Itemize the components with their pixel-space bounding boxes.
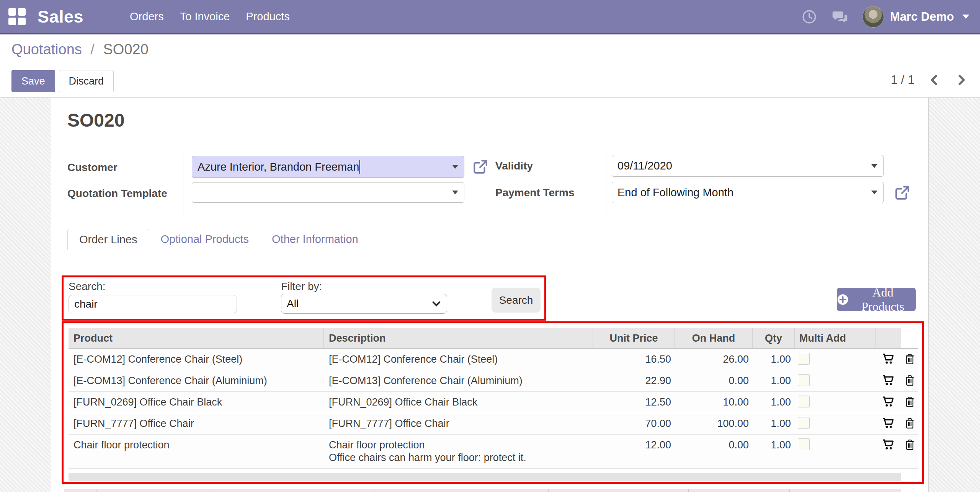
menu-to-invoice[interactable]: To Invoice xyxy=(172,0,238,33)
trash-cell xyxy=(901,349,918,370)
on-hand-cell: 10.00 xyxy=(675,392,753,413)
payment-terms-external-link-icon[interactable] xyxy=(894,185,910,201)
trash-cell xyxy=(901,413,918,434)
add-products-label: Add Products xyxy=(850,285,916,314)
add-to-cart-icon[interactable] xyxy=(882,396,895,408)
qty-cell: 1.00 xyxy=(753,435,795,468)
validity-dropdown-caret-icon[interactable] xyxy=(871,164,877,168)
on-hand-cell: 0.00 xyxy=(675,435,753,468)
qty-cell: 1.00 xyxy=(753,370,795,391)
pager-previous-icon[interactable] xyxy=(929,73,941,86)
plus-circle-icon xyxy=(837,293,849,306)
add-products-button[interactable]: Add Products xyxy=(837,288,916,311)
product-row: [FURN_0269] Office Chair Black [FURN_026… xyxy=(69,392,918,413)
column-qty[interactable]: Qty xyxy=(753,328,795,348)
user-name: Marc Demo xyxy=(890,10,954,24)
customer-value: Azure Interior, Brandon Freeman xyxy=(198,161,359,173)
breadcrumb: Quotations / SO020 xyxy=(11,41,149,58)
activities-clock-icon[interactable] xyxy=(801,9,817,25)
column-spacer xyxy=(901,328,918,348)
delete-trash-icon[interactable] xyxy=(903,417,916,430)
multi-add-checkbox[interactable] xyxy=(798,374,810,386)
description-line1: Chair floor protection xyxy=(329,439,593,451)
discard-button[interactable]: Discard xyxy=(59,70,114,92)
validity-field[interactable]: 09/11/2020 xyxy=(612,155,884,177)
description-cell: [E-COM12] Conference Chair (Steel) xyxy=(324,349,593,370)
breadcrumb-separator: / xyxy=(90,41,95,57)
description-line1: [E-COM13] Conference Chair (Aluminium) xyxy=(329,375,593,387)
form-separator xyxy=(606,154,606,217)
column-description[interactable]: Description xyxy=(324,328,593,348)
delete-trash-icon[interactable] xyxy=(903,396,916,408)
user-avatar xyxy=(862,6,884,28)
multi-add-cell xyxy=(795,413,875,434)
quotation-template-dropdown-caret-icon[interactable] xyxy=(452,191,458,194)
menu-orders[interactable]: Orders xyxy=(122,0,172,33)
apps-menu-icon[interactable] xyxy=(8,8,26,26)
breadcrumb-quotations-link[interactable]: Quotations xyxy=(11,41,82,57)
app-brand[interactable]: Sales xyxy=(38,7,83,27)
delete-trash-icon[interactable] xyxy=(903,374,916,387)
column-unit-price[interactable]: Unit Price xyxy=(593,328,675,348)
validity-value: 09/11/2020 xyxy=(617,160,672,172)
product-cell[interactable]: [FURN_0269] Office Chair Black xyxy=(69,392,324,413)
trash-cell xyxy=(901,392,918,413)
search-input[interactable] xyxy=(69,295,237,313)
quotation-sheet: SO020 Customer Azure Interior, Brandon F… xyxy=(51,98,929,492)
multi-add-checkbox[interactable] xyxy=(798,396,810,407)
product-cell[interactable]: [FURN_7777] Office Chair xyxy=(69,413,324,434)
description-line2: Office chairs can harm your floor: prote… xyxy=(329,451,593,464)
add-to-cart-icon[interactable] xyxy=(882,353,895,365)
quotation-template-label: Quotation Template xyxy=(67,187,167,200)
delete-trash-icon[interactable] xyxy=(903,438,916,451)
multi-add-cell xyxy=(795,392,875,413)
product-cell[interactable]: Chair floor protection xyxy=(69,435,324,468)
description-cell: Chair floor protection Office chairs can… xyxy=(324,435,593,468)
save-button[interactable]: Save xyxy=(11,70,55,92)
column-on-hand[interactable]: On Hand xyxy=(675,328,753,348)
tab-optional-products[interactable]: Optional Products xyxy=(149,228,261,250)
delete-trash-icon[interactable] xyxy=(903,353,916,365)
search-label: Search: xyxy=(69,280,106,293)
payment-terms-value: End of Following Month xyxy=(617,186,733,199)
payment-terms-dropdown-caret-icon[interactable] xyxy=(871,191,877,194)
qty-cell: 1.00 xyxy=(753,413,795,434)
top-navbar: Sales Orders To Invoice Products Marc De… xyxy=(0,0,980,34)
product-results-table: Product Description Unit Price On Hand Q… xyxy=(69,328,918,469)
column-multi-add[interactable]: Multi Add xyxy=(795,328,875,348)
tab-other-information[interactable]: Other Information xyxy=(260,228,370,250)
multi-add-checkbox[interactable] xyxy=(798,438,810,450)
unit-price-cell: 12.00 xyxy=(593,435,675,468)
customer-dropdown-caret-icon[interactable] xyxy=(452,165,458,169)
on-hand-cell: 100.00 xyxy=(675,413,753,434)
add-to-cart-icon[interactable] xyxy=(882,417,895,430)
main-menu: Orders To Invoice Products xyxy=(122,0,298,33)
quotation-template-field[interactable] xyxy=(192,182,464,203)
table-horizontal-scrollbar[interactable] xyxy=(69,473,901,481)
description-cell: [E-COM13] Conference Chair (Aluminium) xyxy=(324,370,593,391)
product-row: [E-COM13] Conference Chair (Aluminium) [… xyxy=(69,370,918,392)
qty-cell: 1.00 xyxy=(753,349,795,370)
customer-external-link-icon[interactable] xyxy=(472,159,488,175)
tab-order-lines[interactable]: Order Lines xyxy=(67,229,149,250)
pager-next-icon[interactable] xyxy=(955,73,967,86)
product-cell[interactable]: [E-COM12] Conference Chair (Steel) xyxy=(69,349,324,370)
payment-terms-field[interactable]: End of Following Month xyxy=(612,182,884,203)
multi-add-checkbox[interactable] xyxy=(798,417,810,429)
add-to-cart-icon[interactable] xyxy=(882,438,895,451)
user-menu[interactable]: Marc Demo xyxy=(862,6,969,28)
filter-select[interactable]: All xyxy=(281,294,447,314)
cart-cell xyxy=(875,349,901,370)
menu-products[interactable]: Products xyxy=(238,0,297,33)
product-cell[interactable]: [E-COM13] Conference Chair (Aluminium) xyxy=(69,370,324,391)
filter-by-label: Filter by: xyxy=(281,280,322,293)
column-product[interactable]: Product xyxy=(69,328,324,348)
cart-cell xyxy=(875,435,901,468)
customer-field[interactable]: Azure Interior, Brandon Freeman xyxy=(192,156,464,178)
multi-add-checkbox[interactable] xyxy=(798,353,810,365)
on-hand-cell: 0.00 xyxy=(675,370,753,391)
description-line1: [FURN_7777] Office Chair xyxy=(329,417,593,430)
search-button[interactable]: Search xyxy=(492,288,541,313)
add-to-cart-icon[interactable] xyxy=(882,374,895,387)
messages-icon[interactable] xyxy=(832,9,848,25)
